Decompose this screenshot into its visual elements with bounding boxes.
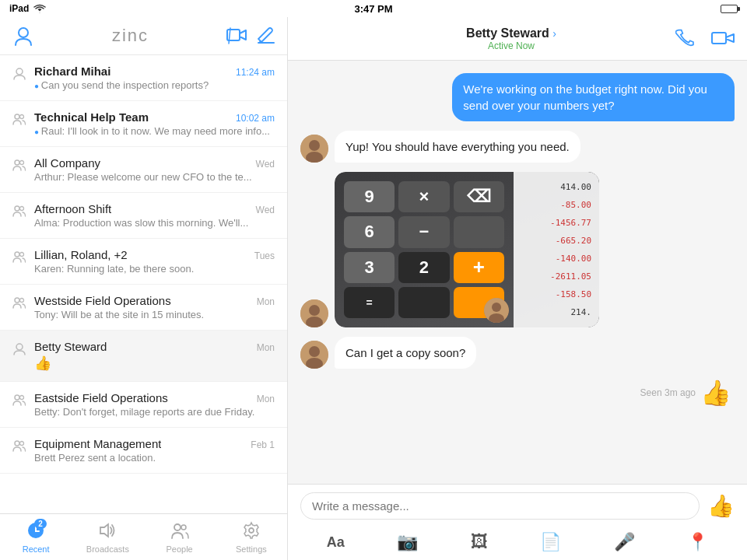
tab-people-label: People — [166, 544, 192, 554]
conv-name: Betty Steward — [34, 340, 107, 353]
tab-settings-label: Settings — [236, 544, 267, 554]
microphone-button[interactable]: 🎤 — [614, 532, 635, 552]
conv-item-betty-steward[interactable]: Betty Steward Mon 👍 — [0, 331, 287, 382]
conv-name: Eastside Field Operations — [34, 391, 168, 404]
person-icon — [12, 341, 26, 355]
corner-avatar-img — [484, 298, 509, 323]
calc-numbers: 414.00 -85.00 -1456.77 -665.20 -140.00 -… — [514, 172, 599, 327]
gallery-button[interactable]: 🖼 — [471, 532, 488, 552]
svg-point-18 — [15, 441, 19, 446]
conv-time: Tues — [254, 250, 275, 261]
chat-header-center[interactable]: Betty Steward › Active Now — [347, 26, 675, 51]
svg-point-4 — [16, 68, 23, 75]
conv-time: Mon — [257, 342, 275, 353]
status-left: iPad — [9, 3, 46, 14]
conv-name: Richard Mihai — [34, 65, 110, 78]
group-icon — [12, 204, 26, 218]
conv-name: Afternoon Shift — [34, 202, 111, 215]
text-format-button[interactable]: Aa — [327, 534, 345, 551]
status-time: 3:47 PM — [354, 3, 392, 15]
svg-point-15 — [16, 344, 23, 350]
svg-rect-24 — [712, 33, 726, 44]
message-input[interactable] — [300, 492, 700, 520]
people-icon — [170, 521, 189, 543]
chevron-right-icon: › — [552, 27, 556, 40]
camera-button[interactable]: 📷 — [397, 532, 418, 552]
recent-badge: 2 — [34, 519, 47, 529]
calculator-image-bubble[interactable]: 9 × ⌫ 6 − 3 2 + = — [335, 172, 599, 327]
conv-preview: Karen: Running late, be there soon. — [34, 263, 275, 275]
location-button[interactable]: 📍 — [687, 532, 708, 552]
tab-broadcasts-label: Broadcasts — [86, 544, 129, 554]
conv-item-eastside-field[interactable]: Eastside Field Operations Mon Betty: Don… — [0, 382, 287, 428]
svg-point-9 — [15, 206, 19, 211]
betty-avatar-2 — [300, 299, 328, 327]
calc-key-times: × — [398, 181, 449, 212]
messages-area: We're working on the budget right now. D… — [288, 61, 747, 484]
svg-point-14 — [20, 299, 24, 303]
conv-emoji: 👍 — [34, 355, 275, 372]
send-thumbs-up[interactable]: 👍 — [707, 493, 735, 519]
conversation-list: Richard Mihai 11:24 am Can you send the … — [0, 55, 287, 513]
calc-key-empty2 — [398, 287, 449, 318]
group-icon — [12, 112, 26, 126]
conv-preview: Tony: Will be at the site in 15 minutes. — [34, 309, 275, 320]
svg-point-8 — [20, 161, 24, 165]
tab-broadcasts[interactable]: Broadcasts — [72, 514, 143, 560]
main-layout: zinc Richard Mihai — [0, 17, 747, 560]
conv-item-technical-help-team[interactable]: Technical Help Team 10:02 am Raul: I'll … — [0, 101, 287, 147]
app-logo: zinc — [112, 26, 149, 46]
message-sent-1: We're working on the budget right now. D… — [300, 73, 735, 121]
calc-num-4: -665.20 — [521, 236, 591, 246]
file-button[interactable]: 📄 — [540, 532, 561, 552]
conv-item-equipment-management[interactable]: Equipment Management Feb 1 Brett Perez s… — [0, 428, 287, 474]
tab-recent[interactable]: 2 Recent — [0, 514, 72, 560]
message-bubble-received-2: Can I get a copy soon? — [335, 337, 476, 369]
compose-icon[interactable] — [258, 27, 275, 44]
bottom-tabs: 2 Recent Broadcasts — [0, 513, 287, 560]
conv-name: Lillian, Roland, +2 — [34, 248, 128, 261]
conv-preview: Alma: Production was slow this morning. … — [34, 217, 275, 229]
calc-num-7: -158.50 — [521, 289, 591, 299]
phone-call-icon[interactable] — [675, 29, 696, 49]
calc-key-minus: − — [398, 216, 449, 247]
wifi-icon — [33, 4, 46, 13]
group-icon — [12, 439, 26, 453]
conv-time: Mon — [257, 296, 275, 307]
thumbs-up-reaction[interactable]: 👍 — [700, 378, 731, 408]
user-profile-icon[interactable] — [12, 25, 34, 47]
video-icon[interactable] — [711, 30, 735, 47]
conv-preview: Arthur: Please welcome our new CFO to th… — [34, 171, 275, 183]
message-received-2: Can I get a copy soon? — [300, 337, 735, 369]
conv-item-richard-mihai[interactable]: Richard Mihai 11:24 am Can you send the … — [0, 55, 287, 101]
betty-avatar-3 — [300, 341, 328, 369]
calc-num-8: 214. — [521, 307, 591, 317]
video-call-icon[interactable] — [226, 27, 247, 44]
calc-num-1: 414.00 — [521, 182, 591, 192]
calc-num-5: -140.00 — [521, 254, 591, 264]
seen-text: Seen 3m ago — [640, 387, 696, 398]
calc-num-3: -1456.77 — [521, 218, 591, 228]
svg-point-10 — [20, 207, 24, 211]
contact-name-text: Betty Steward — [466, 26, 549, 40]
conv-item-lillian-roland[interactable]: Lillian, Roland, +2 Tues Karen: Running … — [0, 239, 287, 285]
betty-avatar-1 — [300, 135, 328, 163]
calc-key-del: ⌫ — [454, 181, 504, 212]
calc-key-empty — [454, 216, 504, 247]
conv-item-westside-field[interactable]: Westside Field Operations Mon Tony: Will… — [0, 285, 287, 331]
tab-settings[interactable]: Settings — [216, 514, 287, 560]
conv-time: 10:02 am — [236, 113, 275, 124]
calc-key-9: 9 — [344, 181, 395, 212]
svg-point-6 — [20, 115, 24, 119]
conv-item-afternoon-shift[interactable]: Afternoon Shift Wed Alma: Production was… — [0, 193, 287, 239]
message-received-image: 9 × ⌫ 6 − 3 2 + = — [300, 172, 735, 327]
conv-preview: Can you send the inspection reports? — [34, 79, 275, 91]
conv-item-all-company[interactable]: All Company Wed Arthur: Please welcome o… — [0, 147, 287, 193]
chat-header-actions — [675, 29, 735, 49]
avatar-image-1 — [300, 135, 328, 163]
svg-point-35 — [309, 346, 320, 357]
calc-key-2: 2 — [398, 252, 449, 283]
group-icon — [12, 393, 26, 407]
calc-num-6: -2611.05 — [521, 271, 591, 282]
tab-people[interactable]: People — [144, 514, 216, 560]
